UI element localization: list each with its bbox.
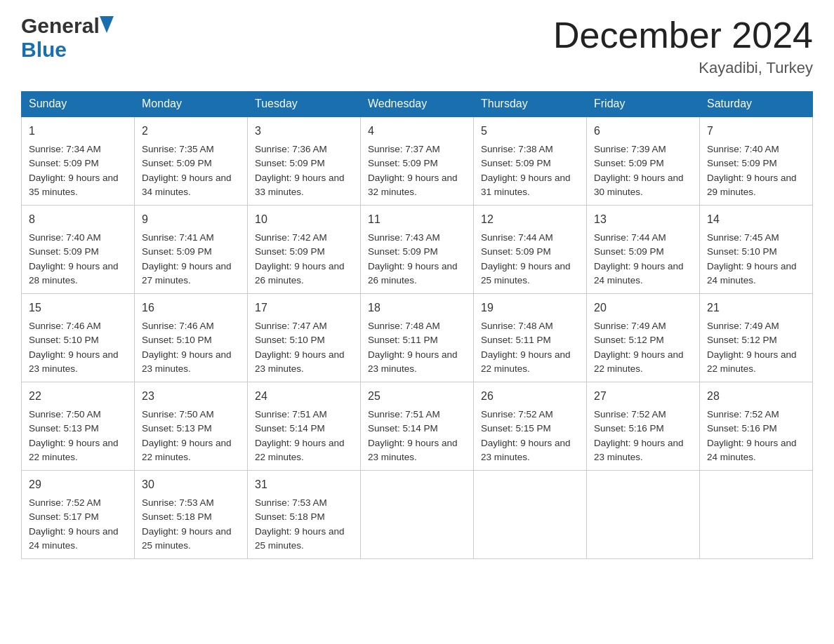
calendar-cell: 24Sunrise: 7:51 AMSunset: 5:14 PMDayligh… [248,382,361,471]
day-number: 26 [481,388,579,405]
day-number: 21 [707,300,805,316]
day-number: 2 [142,123,240,140]
logo: General Blue [21,14,114,62]
day-number: 29 [29,476,127,493]
logo-blue-text: Blue [21,38,67,61]
calendar-cell: 12Sunrise: 7:44 AMSunset: 5:09 PMDayligh… [474,206,587,294]
day-number: 1 [29,123,127,140]
day-number: 31 [255,476,353,493]
day-number: 14 [707,211,805,228]
calendar-cell: 22Sunrise: 7:50 AMSunset: 5:13 PMDayligh… [22,382,135,471]
calendar-cell: 18Sunrise: 7:48 AMSunset: 5:11 PMDayligh… [361,294,474,382]
calendar-cell: 30Sunrise: 7:53 AMSunset: 5:18 PMDayligh… [135,471,248,559]
calendar-cell: 13Sunrise: 7:44 AMSunset: 5:09 PMDayligh… [587,206,700,294]
header-thursday: Thursday [474,92,587,117]
header-saturday: Saturday [700,92,813,117]
day-number: 13 [594,211,692,228]
calendar-cell: 9Sunrise: 7:41 AMSunset: 5:09 PMDaylight… [135,206,248,294]
week-row-4: 22Sunrise: 7:50 AMSunset: 5:13 PMDayligh… [22,382,813,471]
calendar-cell: 28Sunrise: 7:52 AMSunset: 5:16 PMDayligh… [700,382,813,471]
day-number: 6 [594,123,692,140]
calendar-cell: 14Sunrise: 7:45 AMSunset: 5:10 PMDayligh… [700,206,813,294]
calendar-cell: 11Sunrise: 7:43 AMSunset: 5:09 PMDayligh… [361,206,474,294]
calendar-cell: 29Sunrise: 7:52 AMSunset: 5:17 PMDayligh… [22,471,135,559]
calendar-cell: 31Sunrise: 7:53 AMSunset: 5:18 PMDayligh… [248,471,361,559]
calendar-cell: 25Sunrise: 7:51 AMSunset: 5:14 PMDayligh… [361,382,474,471]
day-number: 20 [594,300,692,316]
logo-general-text: General [21,14,100,38]
day-number: 30 [142,476,240,493]
week-row-2: 8Sunrise: 7:40 AMSunset: 5:09 PMDaylight… [22,206,813,294]
day-number: 12 [481,211,579,228]
day-number: 27 [594,388,692,405]
calendar-cell: 26Sunrise: 7:52 AMSunset: 5:15 PMDayligh… [474,382,587,471]
day-number: 16 [142,300,240,316]
calendar-cell: 27Sunrise: 7:52 AMSunset: 5:16 PMDayligh… [587,382,700,471]
week-row-1: 1Sunrise: 7:34 AMSunset: 5:09 PMDaylight… [22,116,813,206]
header-wednesday: Wednesday [361,92,474,117]
calendar-cell: 3Sunrise: 7:36 AMSunset: 5:09 PMDaylight… [248,116,361,206]
calendar-cell: 2Sunrise: 7:35 AMSunset: 5:09 PMDaylight… [135,116,248,206]
day-number: 17 [255,300,353,316]
calendar-cell [587,471,700,559]
calendar-cell: 16Sunrise: 7:46 AMSunset: 5:10 PMDayligh… [135,294,248,382]
day-number: 5 [481,123,579,140]
calendar-cell: 19Sunrise: 7:48 AMSunset: 5:11 PMDayligh… [474,294,587,382]
week-row-3: 15Sunrise: 7:46 AMSunset: 5:10 PMDayligh… [22,294,813,382]
svg-marker-0 [100,16,114,33]
calendar-cell: 15Sunrise: 7:46 AMSunset: 5:10 PMDayligh… [22,294,135,382]
calendar-cell: 17Sunrise: 7:47 AMSunset: 5:10 PMDayligh… [248,294,361,382]
calendar-cell: 5Sunrise: 7:38 AMSunset: 5:09 PMDaylight… [474,116,587,206]
day-number: 19 [481,300,579,316]
calendar-cell: 1Sunrise: 7:34 AMSunset: 5:09 PMDaylight… [22,116,135,206]
header-friday: Friday [587,92,700,117]
calendar-cell [700,471,813,559]
week-row-5: 29Sunrise: 7:52 AMSunset: 5:17 PMDayligh… [22,471,813,559]
calendar-cell: 4Sunrise: 7:37 AMSunset: 5:09 PMDaylight… [361,116,474,206]
day-number: 25 [368,388,466,405]
calendar-cell: 23Sunrise: 7:50 AMSunset: 5:13 PMDayligh… [135,382,248,471]
location-title: Kayadibi, Turkey [553,59,813,77]
calendar-cell: 21Sunrise: 7:49 AMSunset: 5:12 PMDayligh… [700,294,813,382]
header-tuesday: Tuesday [248,92,361,117]
day-number: 11 [368,211,466,228]
day-number: 22 [29,388,127,405]
day-number: 10 [255,211,353,228]
header-monday: Monday [135,92,248,117]
day-number: 3 [255,123,353,140]
calendar-cell: 20Sunrise: 7:49 AMSunset: 5:12 PMDayligh… [587,294,700,382]
header-sunday: Sunday [22,92,135,117]
calendar-table: SundayMondayTuesdayWednesdayThursdayFrid… [21,91,813,559]
calendar-cell [361,471,474,559]
calendar-header-row: SundayMondayTuesdayWednesdayThursdayFrid… [22,92,813,117]
day-number: 18 [368,300,466,316]
day-number: 9 [142,211,240,228]
calendar-cell: 8Sunrise: 7:40 AMSunset: 5:09 PMDaylight… [22,206,135,294]
logo-arrow-icon [100,16,114,36]
calendar-cell [474,471,587,559]
day-number: 4 [368,123,466,140]
calendar-cell: 7Sunrise: 7:40 AMSunset: 5:09 PMDaylight… [700,116,813,206]
day-number: 28 [707,388,805,405]
day-number: 7 [707,123,805,140]
calendar-cell: 10Sunrise: 7:42 AMSunset: 5:09 PMDayligh… [248,206,361,294]
page-header: General Blue December 2024 Kayadibi, Tur… [21,14,813,77]
day-number: 8 [29,211,127,228]
day-number: 23 [142,388,240,405]
calendar-cell: 6Sunrise: 7:39 AMSunset: 5:09 PMDaylight… [587,116,700,206]
day-number: 15 [29,300,127,316]
day-number: 24 [255,388,353,405]
title-area: December 2024 Kayadibi, Turkey [553,14,813,77]
month-title: December 2024 [553,14,813,56]
